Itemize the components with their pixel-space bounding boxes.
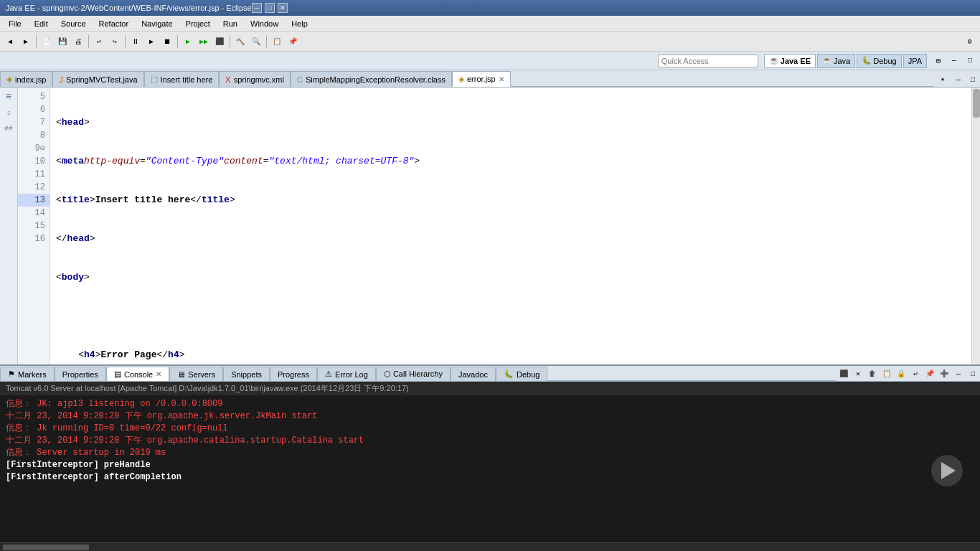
bottom-tab-errorlog[interactable]: ⚠ Error Log [317,367,376,381]
bottom-tab-snippets[interactable]: Snippets [223,367,270,381]
perspective-minimize[interactable]: — [947,54,961,68]
console-word-wrap[interactable]: ↩ [908,367,923,381]
line-num-15: 15 [18,220,50,232]
tab-springmvctest-java[interactable]: J SpringMVCTest.java [52,71,143,87]
close-button[interactable]: ✕ [278,3,288,13]
bottom-tab-console[interactable]: ▤ Console ✕ [106,367,169,381]
toolbar-undo[interactable]: ↩ [92,34,106,49]
console-new-console[interactable]: ➕ [937,367,951,381]
toolbar-print[interactable]: 🖨 [71,34,85,49]
menu-navigate[interactable]: Navigate [136,18,178,29]
code-line-7: <title>Insert title here</title> [56,194,966,207]
perspective-settings[interactable]: ⊞ [931,54,946,68]
toolbar-forward[interactable]: ▶ [19,34,33,49]
editor-area: ◈ index.jsp J SpringMVCTest.java ⬚ Inser… [0,70,980,364]
toolbar-new[interactable]: 📄 [39,34,54,49]
menu-bar: File Edit Source Refactor Navigate Proje… [0,16,980,32]
toolbar-run3[interactable]: ⬛ [212,34,227,49]
tab-close-icon[interactable]: ✕ [499,75,504,83]
toolbar-redo[interactable]: ↪ [108,34,122,49]
toolbar-run2[interactable]: ▶▶ [197,34,211,49]
bottom-max[interactable]: □ [966,367,980,381]
line-numbers: 5 6 7 8 9⊖ 10 11 12 13 14 15 16 [18,88,50,364]
code-line-6: <meta http-equiv="Content-Type" content=… [56,155,966,168]
console-pin[interactable]: 📌 [923,367,937,381]
bottom-tab-callhierarchy[interactable]: ⬡ Call Hierarchy [376,367,451,381]
sidebar-icon-1[interactable]: ≡ [2,90,15,103]
editor-min-icon[interactable]: — [951,72,966,87]
servers-icon: 🖥 [177,370,185,379]
bottom-tab-javadoc[interactable]: Javadoc [451,367,496,381]
menu-help[interactable]: Help [286,18,314,29]
menu-project[interactable]: Project [180,18,216,29]
tab-resolver-class[interactable]: C SimpleMappingExceptionResolver.class [291,71,452,87]
bottom-tab-markers[interactable]: ⚑ Markers [0,367,55,381]
line-num-12: 12 [18,181,50,194]
menu-source[interactable]: Source [55,18,92,29]
minimize-button[interactable]: ─ [252,3,262,13]
perspective-java[interactable]: ☕ Java [817,54,855,68]
console-close-icon[interactable]: ✕ [156,370,161,378]
tab-error-jsp[interactable]: ◈ error.jsp ✕ [452,71,511,87]
bottom-tab-servers[interactable]: 🖥 Servers [169,367,223,381]
bottom-tab-properties[interactable]: Properties [55,367,106,381]
console-line-2: 十二月 23, 2014 9:20:20 下午 org.apache.jk.se… [6,410,974,423]
menu-edit[interactable]: Edit [29,18,54,29]
perspective-debug[interactable]: 🐛 Debug [857,54,901,68]
toolbar-misc2[interactable]: 📌 [286,34,300,49]
toolbar-search[interactable]: 🔍 [249,34,263,49]
line-num-10: 10 [18,155,50,168]
bottom-tab-progress[interactable]: Progress [270,367,317,381]
tab-insert-title[interactable]: ⬚ Insert title here [144,71,220,87]
play-button[interactable] [931,455,963,486]
perspective-jpa[interactable]: JPA [903,54,927,68]
sidebar-icon-3[interactable]: ## [2,122,15,135]
toolbar-misc3[interactable]: ⚙ [963,34,977,49]
toolbar-debug-resume[interactable]: ▶ [144,34,159,49]
title-controls: ─ □ ✕ [252,3,288,13]
markers-icon: ⚑ [8,369,15,379]
console-hscroll[interactable] [0,542,980,551]
sidebar-icon-2[interactable]: J [2,106,15,119]
menu-file[interactable]: File [3,18,27,29]
menu-window[interactable]: Window [245,18,284,29]
title-bar: Java EE - springmvc-2/WebContent/WEB-INF… [0,0,980,16]
console-terminate-btn[interactable]: ✕ [851,367,865,381]
quick-access-input[interactable] [658,55,758,67]
toolbar-build[interactable]: 🔨 [233,34,248,49]
title-text: Java EE - springmvc-2/WebContent/WEB-INF… [6,4,252,12]
perspective-bar: ☕ Java EE ☕ Java 🐛 Debug JPA ⊞ — □ [0,52,980,70]
toolbar-misc1[interactable]: 📋 [270,34,284,49]
console-scroll-lock[interactable]: 🔒 [894,367,908,381]
maximize-button[interactable]: □ [265,3,275,13]
console-line-3: 信息： Jk running ID=0 time=0/22 config=nul… [6,423,974,435]
code-editor: 5 6 7 8 9⊖ 10 11 12 13 14 15 16 <head> <… [18,88,980,364]
bottom-tab-debug[interactable]: 🐛 Debug [496,367,547,381]
console-stop-btn[interactable]: ⬛ [837,367,851,381]
toolbar-debug-stop[interactable]: ⏹ [160,34,174,49]
console-line-5: 信息： Server startup in 2019 ms [6,447,974,459]
editor-max-icon[interactable]: □ [966,72,980,87]
main-area: ◈ index.jsp J SpringMVCTest.java ⬚ Inser… [0,70,980,551]
line-num-16: 16 [18,232,50,245]
line-num-6: 6 [18,103,50,116]
hscroll-track[interactable] [3,545,89,550]
toolbar-run[interactable]: ▶ [181,34,195,49]
line-num-14: 14 [18,207,50,220]
toolbar-back[interactable]: ◀ [3,34,17,49]
perspective-java-ee[interactable]: ☕ Java EE [764,54,816,68]
perspective-maximize[interactable]: □ [963,54,977,68]
console-clear-btn[interactable]: 🗑 [865,367,880,381]
menu-run[interactable]: Run [217,18,243,29]
code-content[interactable]: <head> <meta http-equiv="Content-Type" c… [50,88,971,364]
bottom-min[interactable]: — [951,367,966,381]
xml-icon: X [225,75,230,84]
editor-menu-icon[interactable]: ▾ [936,72,950,87]
console-copy-btn[interactable]: 📋 [880,367,894,381]
toolbar-debug-pause[interactable]: ⏸ [128,34,143,49]
menu-refactor[interactable]: Refactor [93,18,135,29]
editor-scrollbar[interactable] [971,88,980,364]
tab-springmvc-xml[interactable]: X springmvc.xml [219,71,291,87]
tab-index-jsp[interactable]: ◈ index.jsp [0,71,52,87]
toolbar-save[interactable]: 💾 [55,34,70,49]
